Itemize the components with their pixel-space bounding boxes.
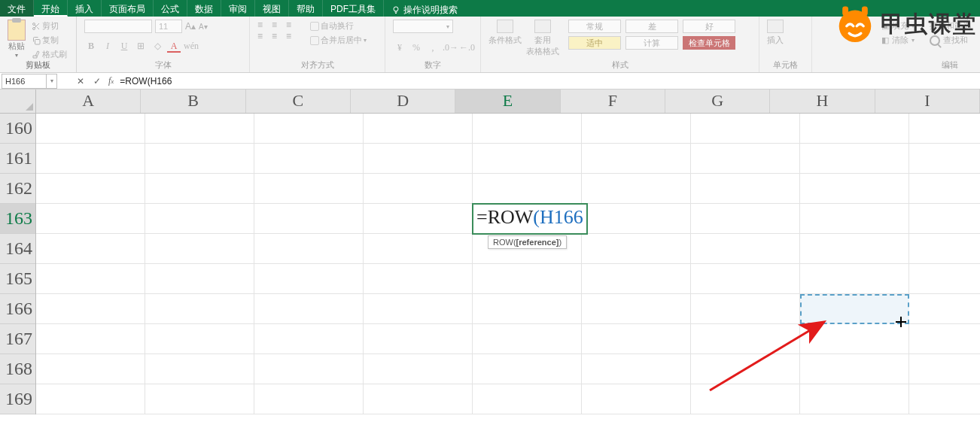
tab-formulas[interactable]: 公式 bbox=[154, 0, 187, 17]
column-header-E[interactable]: E bbox=[455, 90, 560, 113]
cell[interactable] bbox=[254, 174, 364, 204]
select-all-corner[interactable] bbox=[0, 90, 36, 114]
cells-area[interactable] bbox=[36, 114, 980, 440]
merge-center-button[interactable]: 合并后居中 ▾ bbox=[309, 34, 368, 47]
cell[interactable] bbox=[800, 354, 909, 384]
cell[interactable] bbox=[364, 294, 473, 324]
cell[interactable] bbox=[364, 144, 473, 174]
cell[interactable] bbox=[364, 264, 473, 294]
conditional-format-button[interactable]: 条件格式 bbox=[488, 20, 522, 46]
cell[interactable] bbox=[800, 174, 909, 204]
worksheet-grid[interactable]: ABCDEFGHI 160161162163164165166167168169… bbox=[0, 90, 980, 440]
name-box[interactable]: H166 bbox=[2, 74, 47, 89]
cell[interactable] bbox=[800, 204, 909, 234]
cell[interactable] bbox=[254, 324, 364, 354]
cell[interactable] bbox=[800, 234, 909, 264]
cell[interactable] bbox=[36, 144, 145, 174]
cell[interactable] bbox=[582, 114, 691, 144]
sort-filter-button[interactable]: 排序和筛选 bbox=[928, 20, 972, 32]
column-header-C[interactable]: C bbox=[246, 90, 351, 113]
currency-button[interactable]: ¥ bbox=[393, 42, 406, 54]
row-headers[interactable]: 160161162163164165166167168169 bbox=[0, 114, 36, 414]
cell[interactable] bbox=[691, 234, 800, 264]
tab-view[interactable]: 视图 bbox=[255, 0, 289, 17]
row-header-165[interactable]: 165 bbox=[0, 264, 35, 294]
row-header-168[interactable]: 168 bbox=[0, 354, 35, 384]
underline-button[interactable]: U bbox=[117, 41, 131, 53]
cell[interactable] bbox=[364, 354, 473, 384]
tab-help[interactable]: 帮助 bbox=[289, 0, 323, 17]
cell[interactable] bbox=[582, 204, 691, 234]
name-box-dropdown[interactable]: ▾ bbox=[47, 74, 57, 89]
find-select-button[interactable]: 查找和 bbox=[928, 34, 972, 47]
column-headers[interactable]: ABCDEFGHI bbox=[36, 90, 980, 114]
cell[interactable] bbox=[691, 324, 800, 354]
cell[interactable] bbox=[145, 114, 254, 144]
cell-style-calc[interactable]: 计算 bbox=[625, 36, 678, 50]
tab-home[interactable]: 开始 bbox=[34, 0, 68, 17]
alignment-grid[interactable]: ≡≡≡ ≡≡≡ bbox=[257, 20, 298, 40]
font-color-button[interactable]: A bbox=[167, 41, 181, 53]
formula-input[interactable] bbox=[117, 76, 980, 86]
clear-button[interactable]: ◧ 清除▾ bbox=[880, 34, 916, 47]
tab-review[interactable]: 审阅 bbox=[221, 0, 255, 17]
tab-page-layout[interactable]: 页面布局 bbox=[102, 0, 154, 17]
cell[interactable] bbox=[909, 324, 980, 354]
cell[interactable] bbox=[909, 144, 980, 174]
cell[interactable] bbox=[36, 384, 145, 414]
cell[interactable] bbox=[691, 144, 800, 174]
cell[interactable] bbox=[582, 174, 691, 204]
cell[interactable] bbox=[254, 294, 364, 324]
fill-color-button[interactable]: ◇ bbox=[151, 41, 164, 53]
cell[interactable] bbox=[800, 114, 909, 144]
cell[interactable] bbox=[254, 114, 364, 144]
cell[interactable] bbox=[909, 114, 980, 144]
cell-style-bad[interactable]: 差 bbox=[625, 20, 678, 33]
increase-font-button[interactable]: A▴ bbox=[185, 21, 196, 32]
cell[interactable] bbox=[254, 234, 364, 264]
column-header-B[interactable]: B bbox=[141, 90, 245, 113]
cell[interactable] bbox=[691, 354, 800, 384]
cell[interactable] bbox=[254, 384, 364, 414]
cell[interactable] bbox=[800, 264, 909, 294]
cell[interactable] bbox=[909, 234, 980, 264]
cell[interactable] bbox=[582, 264, 691, 294]
cell[interactable] bbox=[145, 264, 254, 294]
decrease-decimal-button[interactable]: ←.0 bbox=[459, 42, 473, 54]
cell[interactable] bbox=[800, 384, 909, 414]
cell[interactable] bbox=[254, 354, 364, 384]
cell[interactable] bbox=[364, 234, 473, 264]
row-header-161[interactable]: 161 bbox=[0, 144, 35, 174]
cut-button[interactable]: 剪切 bbox=[30, 20, 68, 32]
cell[interactable] bbox=[364, 174, 473, 204]
cell[interactable] bbox=[909, 264, 980, 294]
column-header-D[interactable]: D bbox=[351, 90, 455, 113]
cell[interactable] bbox=[36, 114, 145, 144]
cell[interactable] bbox=[36, 294, 145, 324]
cell[interactable] bbox=[36, 354, 145, 384]
paste-button[interactable]: 粘贴 ▾ bbox=[8, 20, 26, 59]
cell[interactable] bbox=[582, 294, 691, 324]
cell[interactable] bbox=[364, 114, 473, 144]
cell[interactable] bbox=[473, 384, 582, 414]
cell-style-normal[interactable]: 常规 bbox=[568, 20, 621, 33]
cell[interactable] bbox=[691, 264, 800, 294]
cell[interactable] bbox=[909, 204, 980, 234]
cell[interactable] bbox=[582, 144, 691, 174]
cell[interactable] bbox=[36, 264, 145, 294]
wrap-text-button[interactable]: 自动换行 bbox=[309, 20, 368, 32]
italic-button[interactable]: I bbox=[101, 41, 114, 53]
row-header-163[interactable]: 163 bbox=[0, 204, 35, 234]
border-button[interactable]: ⊞ bbox=[134, 41, 148, 53]
row-header-167[interactable]: 167 bbox=[0, 324, 35, 354]
tab-data[interactable]: 数据 bbox=[187, 0, 221, 17]
cell[interactable] bbox=[909, 354, 980, 384]
tell-me-search[interactable]: 操作说明搜索 bbox=[384, 0, 465, 17]
cell[interactable] bbox=[582, 354, 691, 384]
fill-button[interactable]: ▣ 填充▾ bbox=[880, 20, 916, 32]
cell[interactable] bbox=[582, 234, 691, 264]
cell[interactable] bbox=[473, 294, 582, 324]
row-header-169[interactable]: 169 bbox=[0, 384, 35, 414]
cell[interactable] bbox=[909, 294, 980, 324]
cell[interactable] bbox=[909, 174, 980, 204]
